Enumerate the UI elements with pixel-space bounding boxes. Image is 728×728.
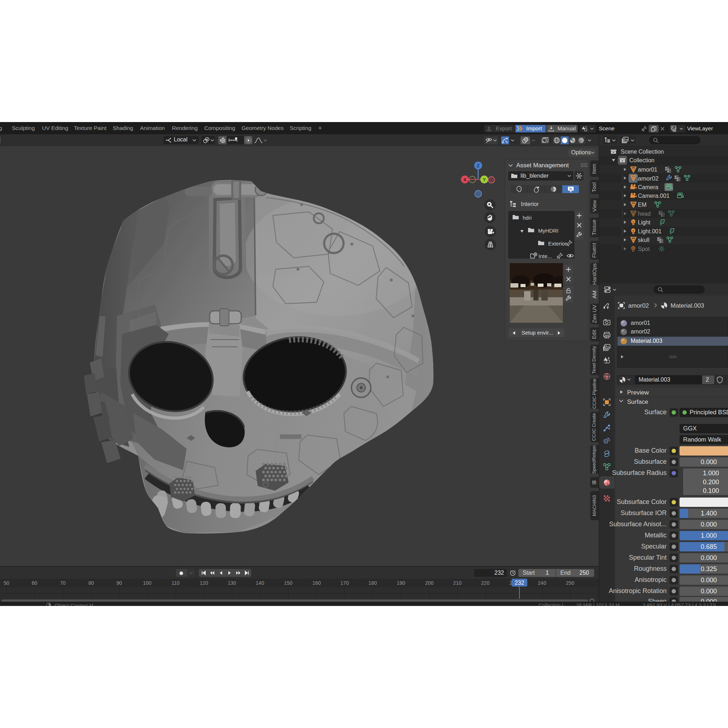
- svg-text:Z: Z: [477, 163, 480, 168]
- svg-text:Y: Y: [483, 177, 486, 182]
- svg-text:X: X: [463, 177, 466, 182]
